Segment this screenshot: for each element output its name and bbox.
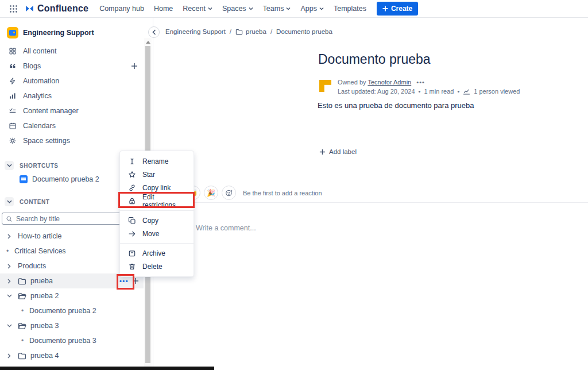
owned-by-label: Owned by — [338, 79, 366, 86]
sidebar-item-content-manager[interactable]: Content manager — [0, 103, 144, 118]
read-time: 1 min read — [424, 87, 454, 96]
breadcrumb-separator: / — [230, 28, 231, 35]
menu-item-delete[interactable]: Delete — [120, 260, 194, 273]
chevron-right-icon[interactable] — [5, 351, 14, 360]
add-blog-icon[interactable] — [131, 63, 138, 70]
owner-link[interactable]: Tecnofor Admin — [368, 79, 411, 86]
search-input[interactable] — [16, 215, 119, 223]
copy-icon — [127, 216, 136, 225]
bullet-icon: • — [20, 307, 25, 315]
meta-separator: • — [419, 87, 421, 96]
blogs-icon — [8, 61, 17, 71]
sidebar-item-all-content[interactable]: All content — [0, 44, 144, 59]
nav-home[interactable]: Home — [154, 5, 173, 13]
comment-section-divider — [164, 202, 588, 203]
scroll-up-icon[interactable] — [144, 39, 152, 45]
add-child-icon[interactable] — [132, 278, 139, 284]
menu-item-star[interactable]: Star — [120, 168, 194, 181]
chevron-right-icon[interactable] — [5, 276, 14, 286]
create-button[interactable]: Create — [377, 2, 418, 16]
nav-recent[interactable]: Recent — [183, 5, 212, 13]
nav-apps[interactable]: Apps — [300, 5, 324, 13]
top-navigation: Confluence Company hub Home Recent Space… — [0, 0, 588, 18]
more-actions-icon[interactable]: ••• — [119, 278, 129, 284]
reaction-party-button[interactable]: 🎉 — [204, 186, 218, 200]
chevron-right-icon[interactable] — [5, 261, 14, 271]
search-icon — [6, 215, 13, 222]
sidebar-item-automation[interactable]: Automation — [0, 74, 144, 88]
space-nav: All content Blogs Automation Analytics C… — [0, 44, 144, 148]
nav-teams[interactable]: Teams — [263, 5, 291, 13]
folder-open-icon — [17, 321, 26, 330]
breadcrumb-separator: / — [270, 28, 272, 35]
last-updated[interactable]: Last updated: Aug 20, 2024 — [338, 87, 415, 96]
meta-separator: • — [457, 87, 459, 96]
shortcuts-collapse-icon[interactable] — [5, 161, 14, 170]
sidebar-item-space-settings[interactable]: Space settings — [0, 133, 144, 148]
menu-item-copy[interactable]: Copy — [120, 214, 194, 227]
add-reaction-icon[interactable] — [222, 186, 236, 200]
automation-icon — [8, 76, 17, 86]
tree-item-prueba-3[interactable]: prueba 3 — [0, 318, 144, 333]
chevron-down-icon[interactable] — [5, 321, 14, 330]
analytics-icon — [8, 91, 17, 101]
bullet-icon: • — [20, 337, 25, 345]
analytics-views-icon — [463, 88, 470, 95]
content-manager-icon — [8, 106, 17, 115]
breadcrumb-space[interactable]: Engineering Support — [165, 28, 226, 35]
primary-nav: Company hub Home Recent Spaces Teams App… — [99, 5, 366, 13]
chevron-down-icon — [319, 7, 324, 10]
collapse-sidebar-button[interactable] — [148, 26, 160, 38]
chevron-down-icon — [286, 7, 291, 10]
folder-open-icon — [17, 291, 26, 300]
reaction-prompt: Be the first to add a reaction — [243, 190, 322, 196]
sidebar-item-blogs[interactable]: Blogs — [0, 59, 144, 74]
confluence-logo[interactable]: Confluence — [25, 3, 88, 14]
confluence-logo-icon — [25, 4, 34, 13]
archive-icon — [127, 249, 136, 257]
trash-icon — [127, 262, 136, 271]
folder-icon — [235, 28, 243, 36]
move-icon — [127, 229, 136, 238]
chevron-down-icon[interactable] — [5, 291, 14, 300]
confluence-app: Confluence Company hub Home Recent Space… — [0, 0, 588, 370]
menu-item-move[interactable]: Move — [120, 227, 194, 240]
plus-icon — [382, 6, 388, 11]
lock-icon — [127, 196, 136, 205]
folder-icon — [17, 351, 26, 360]
breadcrumb-page[interactable]: Documento prueba — [276, 28, 332, 35]
folder-icon — [17, 276, 26, 286]
menu-item-edit-restrictions[interactable]: Edit restrictions — [120, 194, 194, 207]
byline-more-icon[interactable]: ••• — [416, 79, 425, 86]
space-header[interactable]: Engineering Support — [0, 25, 144, 41]
menu-divider — [120, 210, 194, 211]
content-collapse-icon[interactable] — [5, 197, 14, 206]
add-label-button[interactable]: Add label — [319, 148, 357, 155]
nav-templates[interactable]: Templates — [334, 5, 366, 13]
comment-input[interactable]: Write a comment... — [196, 224, 256, 232]
tree-item-prueba-4[interactable]: prueba 4 — [0, 348, 144, 363]
bottom-black-bar — [0, 367, 214, 370]
menu-item-archive[interactable]: Archive — [120, 246, 194, 260]
tree-item-prueba-2[interactable]: prueba 2 — [0, 288, 144, 303]
document-icon — [20, 175, 28, 183]
brand-name: Confluence — [37, 3, 88, 14]
link-icon — [127, 183, 136, 192]
app-switcher-icon[interactable] — [6, 1, 21, 16]
views-count[interactable]: 1 person viewed — [474, 87, 520, 96]
menu-item-rename[interactable]: Rename — [120, 155, 194, 168]
nav-company-hub[interactable]: Company hub — [99, 5, 144, 13]
owner-avatar[interactable] — [319, 80, 331, 92]
tree-item-documento-prueba-2[interactable]: • Documento prueba 2 — [0, 303, 144, 318]
breadcrumb-folder[interactable]: prueba — [235, 28, 266, 36]
chevron-right-icon[interactable] — [5, 232, 14, 241]
page-title: Documento prueba — [318, 52, 431, 67]
menu-divider — [120, 243, 194, 244]
sidebar-item-calendars[interactable]: Calendars — [0, 118, 144, 133]
bullet-icon: • — [5, 246, 10, 256]
sidebar-item-analytics[interactable]: Analytics — [0, 88, 144, 103]
space-settings-icon — [8, 136, 17, 145]
nav-spaces[interactable]: Spaces — [222, 5, 253, 13]
space-avatar-icon — [7, 27, 18, 38]
tree-item-documento-prueba-3[interactable]: • Documento prueba 3 — [0, 333, 144, 348]
